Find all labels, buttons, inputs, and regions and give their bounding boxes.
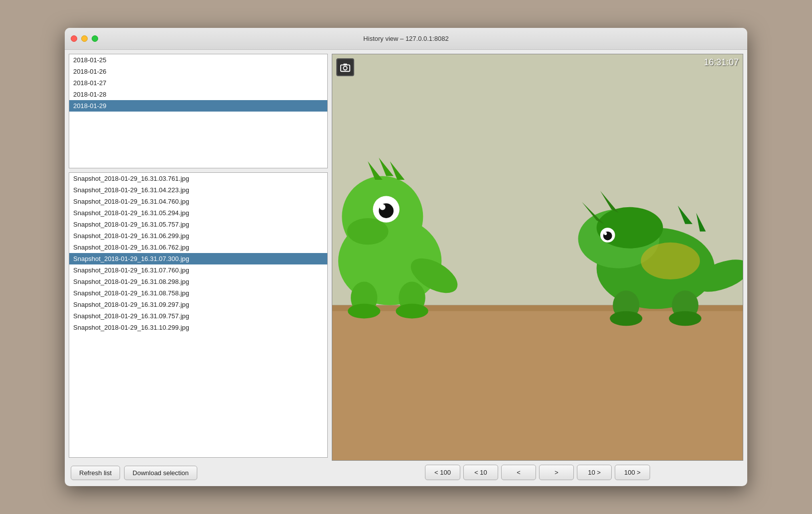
date-list-item[interactable]: 2018-01-25 xyxy=(69,54,327,66)
date-list-item[interactable]: 2018-01-29 xyxy=(69,100,327,112)
snapshot-list-item[interactable]: Snapshot_2018-01-29_16.31.07.760.jpg xyxy=(69,264,327,276)
date-list-item[interactable]: 2018-01-26 xyxy=(69,66,327,77)
camera-view: 16:31:07 xyxy=(332,54,743,461)
titlebar: History view – 127.0.0.1:8082 xyxy=(65,28,747,50)
nav-button-1[interactable]: < 10 xyxy=(463,465,498,480)
svg-point-19 xyxy=(396,304,428,319)
snapshot-list-item[interactable]: Snapshot_2018-01-29_16.31.04.760.jpg xyxy=(69,196,327,207)
bottom-bar: Refresh list Download selection xyxy=(69,462,328,482)
maximize-button[interactable] xyxy=(92,35,98,42)
window-title: History view – 127.0.0.1:8082 xyxy=(363,35,448,42)
main-window: History view – 127.0.0.1:8082 2018-01-25… xyxy=(65,28,747,486)
minimize-button[interactable] xyxy=(81,35,88,42)
snapshot-list-item[interactable]: Snapshot_2018-01-29_16.31.09.757.jpg xyxy=(69,310,327,322)
svg-point-8 xyxy=(347,218,389,245)
close-button[interactable] xyxy=(71,35,77,42)
snapshot-list-item[interactable]: Snapshot_2018-01-29_16.31.09.297.jpg xyxy=(69,299,327,310)
snapshot-list-item[interactable]: Snapshot_2018-01-29_16.31.06.299.jpg xyxy=(69,230,327,242)
snapshot-list-item[interactable]: Snapshot_2018-01-29_16.31.05.757.jpg xyxy=(69,219,327,230)
nav-button-4[interactable]: 10 > xyxy=(577,465,612,480)
snapshot-list-item[interactable]: Snapshot_2018-01-29_16.31.05.294.jpg xyxy=(69,207,327,219)
snapshot-list-item[interactable]: Snapshot_2018-01-29_16.31.08.298.jpg xyxy=(69,276,327,287)
right-panel: 16:31:07 xyxy=(332,54,743,482)
svg-rect-2 xyxy=(343,64,347,66)
camera-icon xyxy=(340,62,351,73)
svg-point-1 xyxy=(343,66,347,70)
nav-button-5[interactable]: 100 > xyxy=(615,465,650,480)
nav-button-2[interactable]: < xyxy=(501,465,536,480)
svg-rect-4 xyxy=(332,305,743,460)
snapshot-list-item[interactable]: Snapshot_2018-01-29_16.31.07.300.jpg xyxy=(69,253,327,264)
refresh-button[interactable]: Refresh list xyxy=(71,466,120,480)
date-list-container: 2018-01-252018-01-262018-01-272018-01-28… xyxy=(69,54,328,168)
svg-point-23 xyxy=(641,243,700,279)
snapshot-list-item[interactable]: Snapshot_2018-01-29_16.31.08.758.jpg xyxy=(69,287,327,299)
timestamp: 16:31:07 xyxy=(704,57,739,68)
snapshot-list-container: Snapshot_2018-01-29_16.31.03.761.jpgSnap… xyxy=(69,172,328,458)
date-list-item[interactable]: 2018-01-28 xyxy=(69,89,327,100)
left-panel: 2018-01-252018-01-262018-01-272018-01-28… xyxy=(69,54,328,482)
svg-point-18 xyxy=(348,304,380,319)
nav-button-0[interactable]: < 100 xyxy=(425,465,460,480)
svg-point-34 xyxy=(669,311,701,326)
snapshot-list-item[interactable]: Snapshot_2018-01-29_16.31.06.762.jpg xyxy=(69,242,327,253)
traffic-lights xyxy=(71,35,98,42)
svg-point-11 xyxy=(380,204,386,210)
download-button[interactable]: Download selection xyxy=(124,466,197,480)
svg-point-33 xyxy=(610,311,642,326)
snapshot-list-item[interactable]: Snapshot_2018-01-29_16.31.10.299.jpg xyxy=(69,322,327,333)
date-list-item[interactable]: 2018-01-27 xyxy=(69,77,327,89)
snapshot-list-item[interactable]: Snapshot_2018-01-29_16.31.03.761.jpg xyxy=(69,173,327,184)
snapshot-image xyxy=(332,54,743,460)
svg-point-28 xyxy=(604,232,607,235)
snapshot-list-scroll[interactable]: Snapshot_2018-01-29_16.31.03.761.jpgSnap… xyxy=(69,173,327,457)
nav-bar: < 100< 10<>10 >100 > xyxy=(332,461,743,482)
camera-icon-button[interactable] xyxy=(336,58,354,76)
snapshot-list-item[interactable]: Snapshot_2018-01-29_16.31.04.223.jpg xyxy=(69,184,327,196)
main-content: 2018-01-252018-01-262018-01-272018-01-28… xyxy=(65,50,747,486)
nav-button-3[interactable]: > xyxy=(539,465,574,480)
date-list-scroll[interactable]: 2018-01-252018-01-262018-01-272018-01-28… xyxy=(69,54,327,168)
